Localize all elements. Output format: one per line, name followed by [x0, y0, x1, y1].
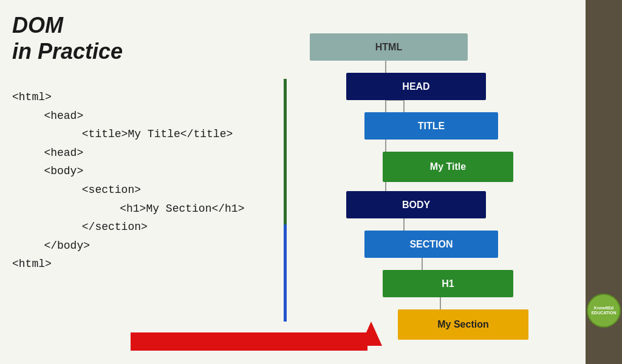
- title-line1: DOM: [12, 12, 123, 38]
- html-tree-node: HTML: [310, 33, 468, 61]
- title-line2: in Practice: [12, 38, 123, 64]
- code-line-2: <head>: [12, 107, 244, 126]
- red-arrowhead: [360, 322, 382, 346]
- code-display: <html> <head> <title>My Title</title> <h…: [12, 88, 244, 274]
- code-line-10: <html>: [12, 255, 244, 274]
- code-line-5: <body>: [12, 162, 244, 181]
- mytitle-tree-node: My Title: [383, 152, 513, 182]
- code-line-9: </body>: [12, 237, 244, 255]
- section-tree-node: SECTION: [364, 231, 498, 258]
- h1-tree-node: H1: [383, 270, 513, 297]
- code-line-6: <section>: [12, 181, 244, 200]
- code-line-4: <head>: [12, 144, 244, 163]
- red-bar: [131, 332, 367, 351]
- title-tree-node: TITLE: [364, 112, 498, 140]
- vertical-line-blue: [284, 224, 287, 322]
- code-line-8: </section>: [12, 218, 244, 237]
- code-line-7: <h1>My Section</h1>: [12, 200, 244, 218]
- code-line-3: <title>My Title</title>: [12, 125, 244, 144]
- code-line-1: <html>: [12, 88, 244, 107]
- page-title: DOM in Practice: [12, 12, 123, 64]
- body-tree-node: BODY: [346, 191, 486, 218]
- mysection-tree-node: My Section: [398, 309, 528, 340]
- knowited-badge: KnowItEd EDUCATION: [587, 294, 621, 328]
- head-tree-node: HEAD: [346, 73, 486, 100]
